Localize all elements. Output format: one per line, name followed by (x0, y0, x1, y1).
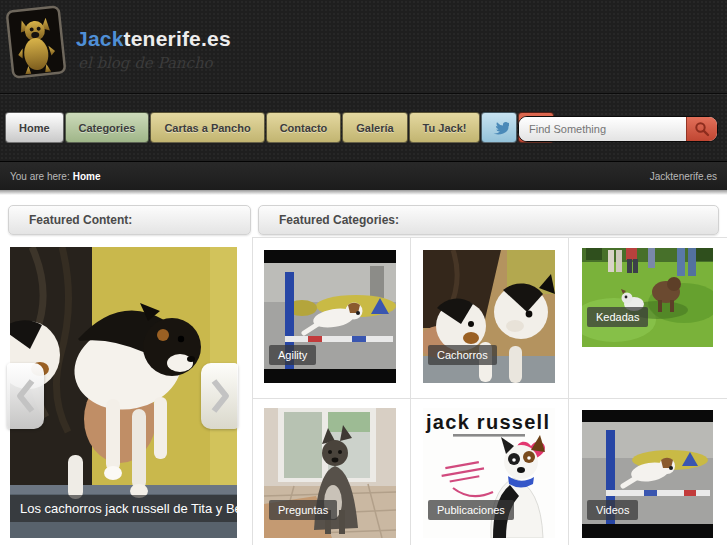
grid-divider (252, 237, 253, 545)
search-input[interactable] (519, 117, 686, 141)
nav-item-home[interactable]: Home (5, 112, 64, 143)
header-divider (0, 93, 727, 94)
tile-label: Videos (587, 500, 638, 520)
featured-categories-title: Featured Categories: (279, 213, 399, 227)
featured-categories-header: Featured Categories: (258, 205, 719, 235)
site-titles: Jacktenerife.es el blog de Pancho (76, 7, 231, 72)
grid-divider (252, 237, 727, 238)
carousel-caption[interactable]: Los cachorros jack russell de Tita y Ben… (10, 495, 237, 522)
nav-item-cartas-a-pancho[interactable]: Cartas a Pancho (150, 112, 264, 143)
breadcrumb: You are here:Home (10, 171, 100, 182)
category-tile-videos[interactable]: Videos (582, 410, 713, 538)
site-title-accent: Jack (76, 27, 124, 50)
tile-label: Cachorros (428, 345, 497, 365)
tile-label: Preguntas (269, 500, 337, 520)
breadcrumb-prefix: You are here: (10, 171, 70, 182)
nav-item-contacto[interactable]: Contacto (266, 112, 342, 143)
chevron-left-icon (13, 373, 39, 419)
breadcrumb-site-name: Jacktenerife.es (650, 171, 717, 182)
nav-item-categories[interactable]: Categories (65, 112, 150, 143)
tile-label: Publicaciones (428, 500, 514, 520)
chevron-right-icon (207, 373, 233, 419)
category-tile-preguntas[interactable]: Preguntas (264, 408, 396, 538)
tile-label: Kedadas (587, 307, 648, 327)
breadcrumb-bar: You are here:Home Jacktenerife.es (0, 161, 727, 190)
carousel-prev-button[interactable] (7, 363, 44, 429)
breadcrumb-current-home[interactable]: Home (73, 171, 101, 182)
twitter-icon (489, 119, 509, 137)
search-icon (694, 121, 710, 137)
twitter-button[interactable] (481, 112, 517, 143)
carousel-next-button[interactable] (201, 363, 238, 429)
branding: Jacktenerife.es el blog de Pancho (8, 7, 231, 77)
search-box (518, 116, 718, 142)
featured-content-title: Featured Content: (29, 213, 132, 227)
grid-divider (568, 237, 569, 545)
category-tile-agility[interactable]: Agility (264, 250, 396, 383)
main-content: Featured Content: Featured Categories: (0, 190, 727, 545)
featured-carousel[interactable]: Los cachorros jack russell de Tita y Ben… (10, 247, 237, 538)
category-tile-publicaciones[interactable]: jack russell (423, 408, 555, 538)
kedadas-thumbnail (582, 248, 713, 347)
nav-item-tu-jack[interactable]: Tu Jack! (409, 112, 481, 143)
search-button[interactable] (686, 117, 717, 141)
site-tagline: el blog de Pancho (78, 54, 231, 72)
site-title[interactable]: Jacktenerife.es (76, 27, 231, 51)
category-tile-cachorros[interactable]: Cachorros (423, 250, 555, 383)
site-logo-dog-icon[interactable] (4, 4, 67, 79)
nav-item-galeria[interactable]: Galería (342, 112, 407, 143)
tile-label: Agility (269, 345, 316, 365)
site-title-rest: tenerife.es (124, 27, 231, 50)
grid-divider (252, 398, 727, 399)
grid-divider (410, 237, 411, 545)
page: Jacktenerife.es el blog de Pancho Home C… (0, 0, 727, 545)
main-nav: Home Categories Cartas a Pancho Contacto… (5, 112, 555, 143)
header: Jacktenerife.es el blog de Pancho Home C… (0, 0, 727, 190)
category-tile-kedadas[interactable]: Kedadas (582, 248, 713, 347)
featured-content-header: Featured Content: (8, 205, 251, 235)
